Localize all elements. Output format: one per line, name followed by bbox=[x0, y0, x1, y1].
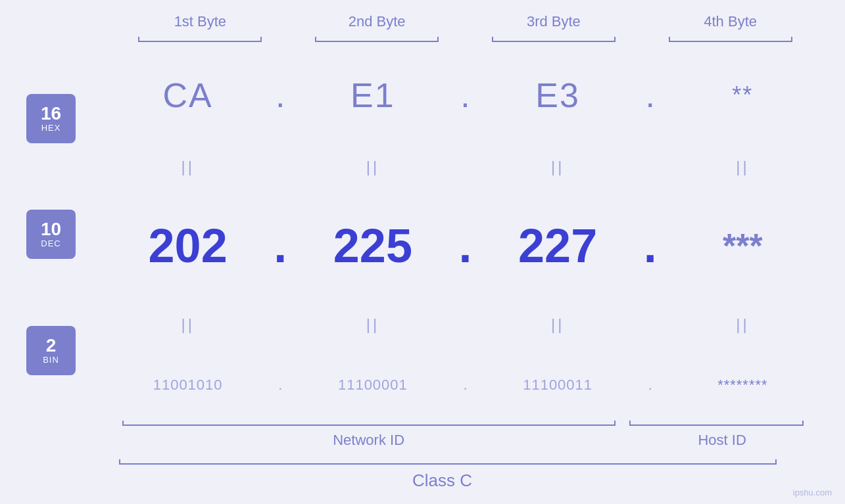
eq1-b1: || bbox=[112, 158, 264, 176]
main-content: 16 HEX 10 DEC 2 BIN CA . E1 . E3 . ** bbox=[26, 54, 819, 415]
byte4-header: 4th Byte bbox=[642, 13, 819, 35]
hex-badge: 16 HEX bbox=[26, 94, 76, 143]
bin-row: 11001010 . 11100001 . 11100011 . *******… bbox=[112, 377, 819, 394]
network-brackets bbox=[112, 415, 819, 428]
dec-badge-label: DEC bbox=[41, 239, 60, 248]
bin-b1: 11001010 bbox=[112, 377, 264, 394]
class-bracket-left-edge bbox=[119, 459, 120, 465]
bin-badge: 2 BIN bbox=[26, 326, 76, 375]
dec-b2: 225 bbox=[297, 219, 448, 273]
bin-dot1: . bbox=[264, 377, 297, 394]
hex-dot1: . bbox=[264, 76, 297, 115]
bracket-4 bbox=[642, 35, 819, 47]
header-brackets bbox=[112, 35, 819, 47]
eq2-b1: || bbox=[112, 315, 264, 334]
dec-row: 202 . 225 . 227 . *** bbox=[112, 219, 819, 273]
bin-badge-number: 2 bbox=[46, 336, 57, 355]
hex-b3: E3 bbox=[482, 76, 634, 115]
badges-column: 16 HEX 10 DEC 2 BIN bbox=[26, 54, 112, 415]
hex-row: CA . E1 . E3 . ** bbox=[112, 76, 819, 115]
dec-badge-number: 10 bbox=[41, 220, 61, 239]
dec-b1: 202 bbox=[112, 219, 264, 273]
eq2-b2: || bbox=[297, 315, 448, 334]
network-host-labels: Network ID Host ID bbox=[112, 432, 819, 449]
dec-dot2: . bbox=[449, 219, 482, 273]
hex-b4: ** bbox=[667, 81, 819, 109]
bin-b2: 11100001 bbox=[297, 377, 448, 394]
network-id-label: Network ID bbox=[112, 432, 625, 449]
hex-badge-number: 16 bbox=[41, 104, 61, 123]
bin-b4: ******** bbox=[667, 377, 819, 394]
main-container: 1st Byte 2nd Byte 3rd Byte 4th Byte 16 H… bbox=[0, 0, 845, 504]
dec-dot3: . bbox=[634, 219, 667, 273]
class-bracket bbox=[112, 454, 819, 467]
byte2-header: 2nd Byte bbox=[289, 13, 466, 35]
class-label: Class C bbox=[112, 470, 773, 491]
eq2-b4: || bbox=[667, 315, 819, 334]
bin-dot2: . bbox=[449, 377, 482, 394]
host-id-label: Host ID bbox=[625, 432, 819, 449]
bracket-2 bbox=[289, 35, 466, 47]
equals-row-1: || || || || bbox=[112, 158, 819, 176]
hex-b1: CA bbox=[112, 76, 264, 115]
hex-b2: E1 bbox=[297, 76, 448, 115]
hex-dot3: . bbox=[634, 76, 667, 115]
watermark: ipshu.com bbox=[793, 488, 832, 497]
hex-badge-label: HEX bbox=[41, 123, 61, 133]
bin-dot3: . bbox=[634, 377, 667, 394]
dec-dot1: . bbox=[264, 219, 297, 273]
dec-b3: 227 bbox=[482, 219, 634, 273]
dec-badge: 10 DEC bbox=[26, 210, 76, 259]
bracket-1 bbox=[112, 35, 289, 47]
network-bracket bbox=[112, 415, 625, 428]
byte1-header: 1st Byte bbox=[112, 13, 289, 35]
byte3-header: 3rd Byte bbox=[466, 13, 642, 35]
bracket-3 bbox=[466, 35, 642, 47]
host-bracket bbox=[625, 415, 819, 428]
equals-row-2: || || || || bbox=[112, 315, 819, 334]
bottom-area: Network ID Host ID Class C bbox=[112, 415, 819, 491]
hex-dot2: . bbox=[449, 76, 482, 115]
eq1-b3: || bbox=[482, 158, 634, 176]
eq2-b3: || bbox=[482, 315, 634, 334]
byte-headers: 1st Byte 2nd Byte 3rd Byte 4th Byte bbox=[112, 13, 819, 35]
bin-badge-label: BIN bbox=[43, 355, 59, 365]
eq1-b4: || bbox=[667, 158, 819, 176]
bin-b3: 11100011 bbox=[482, 377, 634, 394]
class-bracket-right-edge bbox=[775, 459, 777, 465]
data-grid: CA . E1 . E3 . ** || || || || 202 bbox=[112, 54, 819, 415]
dec-b4: *** bbox=[667, 226, 819, 265]
eq1-b2: || bbox=[297, 158, 448, 176]
